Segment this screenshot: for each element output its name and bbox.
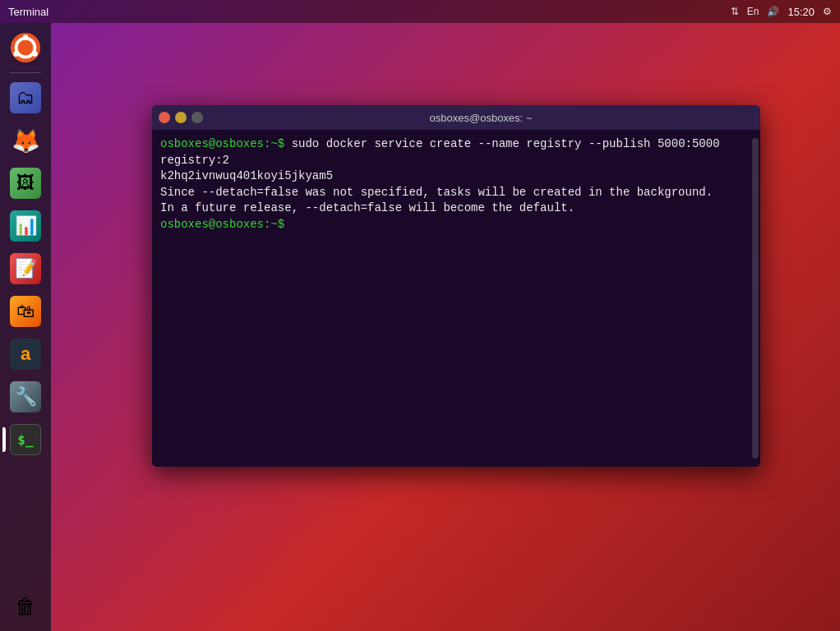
terminal-app-icon: $_ [10,424,41,455]
sidebar-item-calc[interactable]: 📊 [6,206,45,246]
warning-line-2: In a future release, --detach=false will… [160,201,575,214]
terminal-line-1: osboxes@osboxes:~$ sudo docker service c… [160,136,752,168]
sidebar-item-writer[interactable]: 📝 [6,249,45,288]
terminal-titlebar: osboxes@osboxes: ~ [152,105,760,130]
output-hash: k2hq2ivnwuq401koyi5jkyam5 [160,169,333,182]
settings-icon[interactable]: ⚙ [823,6,832,17]
amazon-icon: a [10,339,41,370]
terminal-window: osboxes@osboxes: ~ osboxes@osboxes:~$ su… [152,105,760,467]
prompt-suffix-2: :~$ [264,218,284,231]
svg-point-4 [13,51,19,57]
topbar-title: Terminal [8,6,731,18]
sidebar-item-photos[interactable]: 🖼 [6,164,45,203]
prompt-2: osboxes@osboxes [160,218,264,231]
prompt-suffix-1: :~$ [264,137,284,150]
topbar-icons: ⇅ En 🔊 15:20 ⚙ [731,6,832,18]
terminal-close-button[interactable] [159,112,170,123]
topbar: Terminal ⇅ En 🔊 15:20 ⚙ [0,0,840,23]
sidebar-item-appstore[interactable]: 🛍 [6,292,45,331]
terminal-line-3: Since --detach=false was not specified, … [160,185,752,201]
sidebar-item-trash[interactable]: 🗑 [6,587,45,626]
sidebar-item-amazon[interactable]: a [6,334,45,374]
files-icon: 🗂 [10,82,41,113]
sidebar-item-terminal[interactable]: $_ [6,420,45,459]
lang-indicator[interactable]: En [747,6,759,17]
writer-icon: 📝 [10,253,41,284]
trash-icon: 🗑 [10,591,41,622]
sidebar-divider-1 [10,72,41,73]
terminal-line-4: In a future release, --detach=false will… [160,200,752,217]
sidebar-item-settings[interactable]: 🔧 [6,377,45,417]
settings-app-icon: 🔧 [10,381,41,412]
terminal-minimize-button[interactable] [175,112,187,123]
sidebar-item-ubuntu-home[interactable] [6,28,45,67]
svg-point-2 [23,35,29,40]
terminal-line-2: k2hq2ivnwuq401koyi5jkyam5 [160,168,752,185]
svg-point-3 [32,51,38,57]
terminal-scrollbar[interactable] [752,138,759,458]
sidebar-item-files[interactable]: 🗂 [6,78,45,117]
topbar-clock: 15:20 [787,6,815,18]
photos-icon: 🖼 [10,168,41,199]
terminal-line-5: osboxes@osboxes:~$ [160,217,752,233]
volume-icon[interactable]: 🔊 [767,6,779,17]
terminal-body[interactable]: osboxes@osboxes:~$ sudo docker service c… [152,130,760,467]
prompt-1: osboxes@osboxes [160,137,264,150]
terminal-title: osboxes@osboxes: ~ [208,112,754,124]
appstore-icon: 🛍 [10,296,41,327]
sidebar-item-firefox[interactable]: 🦊 [6,121,45,160]
firefox-icon: 🦊 [10,125,41,156]
terminal-maximize-button[interactable] [192,112,203,123]
arrows-icon[interactable]: ⇅ [731,6,739,17]
calc-icon: 📊 [10,210,41,242]
sidebar-launcher: 🗂 🦊 🖼 📊 📝 🛍 a [0,23,51,631]
warning-line-1: Since --detach=false was not specified, … [160,186,713,199]
